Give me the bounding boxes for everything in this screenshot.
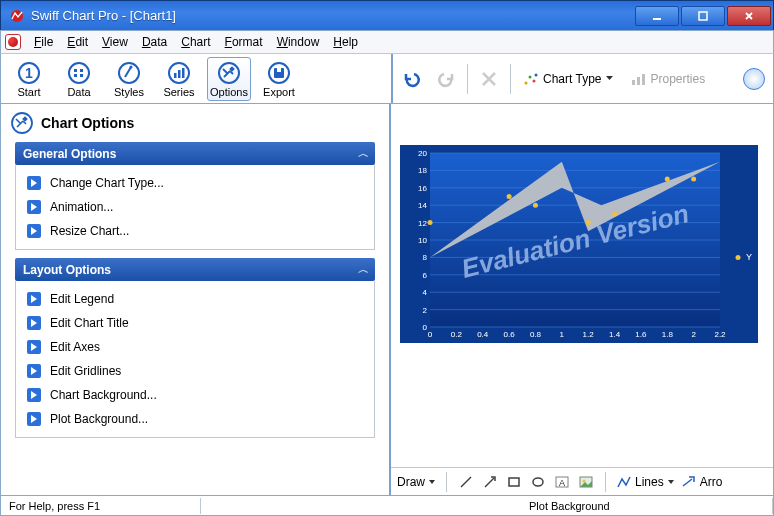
scatter-icon (523, 71, 539, 87)
svg-rect-20 (277, 68, 281, 72)
menu-chart[interactable]: Chart (174, 32, 217, 52)
main-toolbar-row: 1 Start Data Styles Series Options Expor… (0, 54, 774, 104)
opt-edit-legend[interactable]: Edit Legend (24, 287, 366, 311)
svg-rect-7 (80, 69, 83, 72)
svg-point-75 (428, 220, 433, 225)
section-general-head[interactable]: General Options ︿ (15, 142, 375, 165)
redo-button[interactable] (433, 66, 459, 92)
section-general: General Options ︿ Change Chart Type... A… (15, 142, 375, 250)
toolbar-start[interactable]: 1 Start (7, 57, 51, 101)
chart-type-dropdown[interactable]: Chart Type (519, 69, 618, 89)
menu-file[interactable]: File (27, 32, 60, 52)
menu-format[interactable]: Format (218, 32, 270, 52)
properties-icon (630, 71, 646, 87)
svg-point-11 (130, 65, 133, 68)
opt-edit-chart-title[interactable]: Edit Chart Title (24, 311, 366, 335)
section-layout: Layout Options ︿ Edit Legend Edit Chart … (15, 258, 375, 438)
svg-text:0.2: 0.2 (451, 330, 463, 339)
text-tool[interactable]: A (553, 473, 571, 491)
menu-data[interactable]: Data (135, 32, 174, 52)
svg-point-5 (69, 63, 89, 83)
svg-point-24 (535, 73, 538, 76)
arrow-icon (26, 315, 42, 331)
styles-icon (116, 60, 142, 86)
toolbar-export[interactable]: Export (257, 57, 301, 101)
svg-text:1.2: 1.2 (583, 330, 595, 339)
svg-text:12: 12 (418, 219, 427, 228)
svg-text:2: 2 (691, 330, 696, 339)
opt-chart-background[interactable]: Chart Background... (24, 383, 366, 407)
svg-text:2.2: 2.2 (714, 330, 726, 339)
svg-text:0.6: 0.6 (504, 330, 516, 339)
line-tool[interactable] (457, 473, 475, 491)
menu-view[interactable]: View (95, 32, 135, 52)
data-icon (66, 60, 92, 86)
toolbar-styles[interactable]: Styles (107, 57, 151, 101)
toolbar-options[interactable]: Options (207, 57, 251, 101)
svg-text:10: 10 (418, 236, 427, 245)
options-panel: Chart Options General Options ︿ Change C… (1, 104, 391, 495)
ellipse-tool[interactable] (529, 473, 547, 491)
opt-resize-chart[interactable]: Resize Chart... (24, 219, 366, 243)
draw-toolbar: Draw A Lines Arro (391, 467, 773, 495)
svg-rect-15 (182, 68, 185, 78)
svg-point-80 (665, 177, 670, 182)
series-icon (166, 60, 192, 86)
opt-animation[interactable]: Animation... (24, 195, 366, 219)
refresh-button[interactable] (743, 68, 765, 90)
svg-rect-1 (653, 18, 661, 20)
svg-point-10 (119, 63, 139, 83)
maximize-button[interactable] (681, 6, 725, 26)
close-button[interactable] (727, 6, 771, 26)
svg-rect-2 (699, 12, 707, 20)
svg-point-22 (529, 75, 532, 78)
svg-point-76 (507, 194, 512, 199)
svg-text:0: 0 (428, 330, 433, 339)
draw-dropdown[interactable]: Draw (397, 475, 436, 489)
chart-panel: 0246810121416182000.20.40.60.811.21.41.6… (391, 104, 773, 495)
left-toolbar: 1 Start Data Styles Series Options Expor… (1, 54, 391, 103)
arrow-icon (26, 411, 42, 427)
opt-change-chart-type[interactable]: Change Chart Type... (24, 171, 366, 195)
svg-point-81 (691, 177, 696, 182)
properties-button: Properties (626, 69, 709, 89)
undo-button[interactable] (399, 66, 425, 92)
chart-stage[interactable]: 0246810121416182000.20.40.60.811.21.41.6… (391, 104, 773, 467)
delete-button[interactable] (476, 66, 502, 92)
chart-preview[interactable]: 0246810121416182000.20.40.60.811.21.41.6… (399, 144, 759, 344)
toolbar-series[interactable]: Series (157, 57, 201, 101)
arrow-icon (26, 339, 42, 355)
svg-text:1.4: 1.4 (609, 330, 621, 339)
opt-edit-axes[interactable]: Edit Axes (24, 335, 366, 359)
svg-point-86 (533, 478, 543, 486)
menu-help[interactable]: Help (326, 32, 365, 52)
minimize-button[interactable] (635, 6, 679, 26)
opt-plot-background[interactable]: Plot Background... (24, 407, 366, 431)
window-title: Swiff Chart Pro - [Chart1] (31, 8, 633, 23)
arrow-tool[interactable] (481, 473, 499, 491)
titlebar: Swiff Chart Pro - [Chart1] (0, 0, 774, 30)
app-icon (9, 8, 25, 24)
right-toolbar: Chart Type Properties (391, 54, 773, 103)
arrow-icon (26, 291, 42, 307)
svg-rect-8 (74, 74, 77, 77)
image-tool[interactable] (577, 473, 595, 491)
section-layout-head[interactable]: Layout Options ︿ (15, 258, 375, 281)
start-icon: 1 (16, 60, 42, 86)
panel-title: Chart Options (1, 104, 389, 142)
opt-edit-gridlines[interactable]: Edit Gridlines (24, 359, 366, 383)
arrow-icon (26, 175, 42, 191)
svg-rect-13 (174, 73, 177, 78)
lines-dropdown[interactable]: Lines (616, 474, 675, 490)
toolbar-data[interactable]: Data (57, 57, 101, 101)
arrows-dropdown[interactable]: Arro (681, 474, 723, 490)
svg-rect-14 (178, 70, 181, 78)
svg-text:1: 1 (560, 330, 565, 339)
rect-tool[interactable] (505, 473, 523, 491)
menu-edit[interactable]: Edit (60, 32, 95, 52)
svg-point-77 (533, 203, 538, 208)
menu-window[interactable]: Window (270, 32, 327, 52)
svg-rect-25 (632, 80, 635, 85)
svg-text:20: 20 (418, 149, 427, 158)
svg-point-23 (533, 79, 536, 82)
